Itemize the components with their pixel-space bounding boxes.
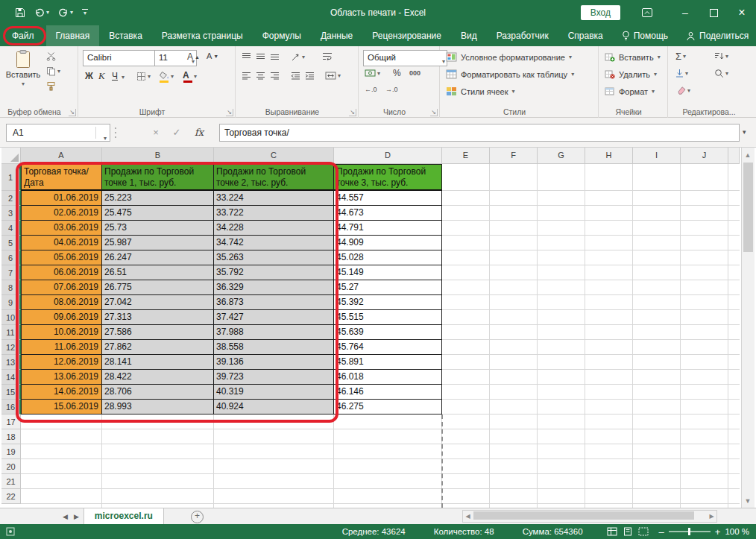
column-header-H[interactable]: H [585,148,633,164]
row-header-11[interactable]: 11 [1,325,21,340]
column-header-J[interactable]: J [681,148,728,164]
increase-decimal-button[interactable]: ←.0 [365,86,377,93]
header-cell-B1[interactable]: Продажи по Торговойточке 1, тыс. руб. [102,164,214,191]
cell-B8[interactable]: 26.775 [102,280,214,295]
cell-D4[interactable]: 44.791 [334,221,442,236]
cell-B9[interactable]: 27.042 [102,295,214,310]
cell-A9[interactable]: 08.06.2019 [21,295,102,310]
row-header-6[interactable]: 6 [1,250,21,265]
name-box[interactable]: A1 ▾ [6,124,110,142]
column-header-A[interactable]: A [21,148,102,164]
cell-D12[interactable]: 45.764 [334,340,442,355]
cell-A4[interactable]: 03.06.2019 [21,221,102,236]
find-select-button[interactable]: ▾ [714,69,728,78]
row-header-13[interactable]: 13 [1,355,21,370]
tab-developer[interactable]: Разработчик [487,25,558,46]
delete-cells-button[interactable]: Удалить ▾ [605,69,657,79]
wrap-text-button[interactable] [322,52,333,60]
percent-format-button[interactable]: % [393,68,401,78]
tab-insert[interactable]: Вставка [99,25,152,46]
undo-dropdown-icon[interactable]: ▾ [46,10,49,16]
cell-B2[interactable]: 25.223 [102,191,214,206]
redo-button[interactable]: ▾ [58,7,73,18]
cell-A16[interactable]: 15.06.2019 [21,400,102,415]
fill-color-dropdown-icon[interactable]: ▾ [171,73,174,80]
cell-C10[interactable]: 37.427 [214,310,334,325]
cell-A14[interactable]: 13.06.2019 [21,370,102,385]
zoom-out-button[interactable]: – [659,527,664,537]
decrease-font-button[interactable]: А▼ [207,51,218,60]
cell-B3[interactable]: 25.475 [102,206,214,221]
z oom-slider-thumb[interactable] [688,528,690,535]
cell-A6[interactable]: 05.06.2019 [21,250,102,265]
cell-B16[interactable]: 28.993 [102,400,214,415]
cell-A11[interactable]: 10.06.2019 [21,325,102,340]
share-button[interactable]: Поделиться [677,25,756,46]
number-dialog-launcher[interactable]: ↘ [430,109,438,116]
tab-home[interactable]: Главная [46,25,100,46]
align-middle-button[interactable] [256,52,265,60]
cell-A5[interactable]: 04.06.2019 [21,236,102,250]
header-cell-A1[interactable]: Торговая точка/Дата [21,164,102,191]
conditional-formatting-button[interactable]: Условное форматирование ▾ [446,52,572,62]
cell-D6[interactable]: 45.028 [334,250,442,265]
undo-button[interactable]: ▾ [34,7,49,18]
select-all-button[interactable] [1,148,21,164]
cell-C7[interactable]: 35.792 [214,265,334,280]
cell-C14[interactable]: 39.723 [214,370,334,385]
scroll-down-arrow[interactable]: ▼ [743,497,752,505]
confirm-entry-button[interactable]: ✓ [168,124,185,142]
increase-font-button[interactable]: А▲ [187,51,200,62]
bold-button[interactable]: Ж [85,71,93,81]
tab-review[interactable]: Рецензирование [362,25,451,46]
row-header-2[interactable]: 2 [1,191,21,206]
header-cell-C1[interactable]: Продажи по Торговойточке 2, тыс. руб. [214,164,334,191]
row-header-5[interactable]: 5 [1,236,21,250]
customize-qat-button[interactable]: ▾ [82,9,88,16]
column-header-E[interactable]: E [442,148,490,164]
tab-formulas[interactable]: Формулы [253,25,311,46]
fill-color-button[interactable]: ▾ [159,71,174,82]
sort-filter-dropdown-icon[interactable]: ▾ [725,53,728,60]
orientation-button[interactable]: ▾ [291,52,305,62]
column-header-C[interactable]: C [214,148,334,164]
ribbon-display-options-button[interactable] [641,7,653,19]
page-break-view-button[interactable] [638,527,649,536]
tab-page-layout[interactable]: Разметка страницы [152,25,253,46]
merge-center-dropdown-icon[interactable]: ▾ [338,72,341,79]
scroll-right-arrow[interactable]: ▶ [707,513,716,520]
zoom-in-button[interactable]: + [715,527,721,537]
tab-data[interactable]: Данные [311,25,362,46]
tab-file[interactable]: Файл [0,25,46,46]
align-center-button[interactable] [256,72,265,80]
fill-dropdown-icon[interactable]: ▾ [685,70,688,77]
cell-C11[interactable]: 37.988 [214,325,334,340]
find-dropdown-icon[interactable]: ▾ [725,70,728,77]
column-header-G[interactable]: G [538,148,585,164]
borders-dropdown-icon[interactable]: ▾ [148,73,151,80]
row-header-1[interactable]: 1 [1,164,21,191]
row-header-16[interactable]: 16 [1,400,21,415]
paste-dropdown-icon[interactable]: ▾ [22,81,25,87]
formula-bar-resize-handle[interactable] [115,127,116,129]
format-painter-button[interactable] [46,81,56,91]
save-button[interactable] [15,7,25,18]
row-header-21[interactable]: 21 [1,474,21,489]
column-header-B[interactable]: B [102,148,214,164]
sign-in-button[interactable]: Вход [581,5,620,20]
cell-D9[interactable]: 45.392 [334,295,442,310]
currency-format-button[interactable]: ▾ [365,69,380,77]
align-bottom-button[interactable] [270,52,280,60]
paste-button[interactable]: Вставить ▾ [5,49,41,104]
row-header-14[interactable]: 14 [1,370,21,385]
close-button[interactable]: × [728,0,756,25]
align-top-button[interactable] [242,52,251,60]
font-dialog-launcher[interactable]: ↘ [226,109,233,116]
header-cell-D1[interactable]: Продажи по Торговойточке 3, тыс. руб. [334,164,442,191]
cell-D8[interactable]: 45.27 [334,280,442,295]
normal-view-button[interactable] [607,527,617,536]
merge-center-button[interactable]: ▾ [325,72,341,80]
row-header-4[interactable]: 4 [1,221,21,236]
font-color-dropdown-icon[interactable]: ▾ [194,73,197,80]
expand-formula-bar-icon[interactable]: ▾ [743,128,746,136]
